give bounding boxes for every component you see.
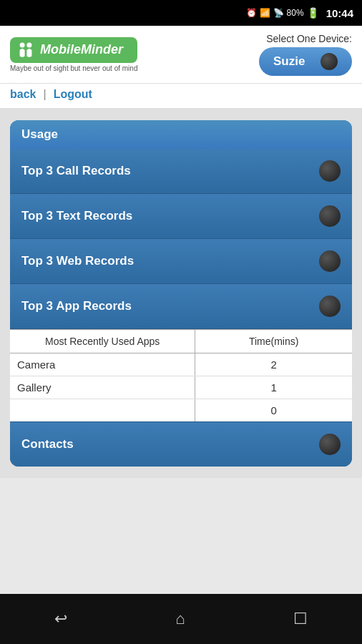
device-selector: Select One Device: Suzie — [259, 33, 352, 76]
logo-tagline: Maybe out of sight but never out of mind — [10, 64, 137, 72]
table-row: 0 — [10, 399, 352, 421]
top3-call-records-dot — [319, 160, 341, 182]
bottom-nav: ↩ ⌂ ☐ — [0, 594, 362, 644]
home-nav-icon: ⌂ — [175, 610, 185, 628]
status-bar: ⏰ 📶 📡 80% 🔋 10:44 — [0, 0, 362, 26]
battery-text: 80% — [287, 8, 304, 18]
home-nav-button[interactable]: ⌂ — [168, 602, 192, 635]
header: MobileMinder Maybe out of sight but neve… — [0, 26, 362, 84]
top3-app-records-row[interactable]: Top 3 App Records — [10, 284, 352, 329]
device-select-button[interactable]: Suzie — [259, 47, 352, 76]
logout-link[interactable]: Logout — [54, 88, 92, 101]
contacts-label: Contacts — [21, 437, 74, 452]
app-name-cell-3 — [10, 399, 195, 421]
recents-nav-icon: ☐ — [293, 610, 308, 628]
svg-point-1 — [26, 42, 31, 47]
back-link[interactable]: back — [10, 88, 36, 101]
logo-text: MobileMinder — [40, 42, 123, 57]
app-time-cell-3: 0 — [195, 399, 352, 421]
logo-area: MobileMinder Maybe out of sight but neve… — [10, 37, 137, 72]
contacts-row[interactable]: Contacts — [10, 421, 352, 467]
app-time-cell-1: 2 — [195, 353, 352, 376]
recents-nav-button[interactable]: ☐ — [286, 602, 315, 635]
svg-point-0 — [20, 42, 25, 47]
contacts-dot — [319, 434, 341, 455]
select-label: Select One Device: — [266, 33, 352, 44]
back-nav-icon: ↩ — [54, 610, 67, 628]
signal-icon: 📡 — [273, 8, 284, 18]
top3-text-records-label: Top 3 Text Records — [21, 209, 132, 223]
device-button-dot — [321, 53, 338, 70]
top3-text-records-dot — [319, 205, 341, 227]
device-name: Suzie — [273, 54, 305, 69]
wifi-icon: 📶 — [260, 8, 270, 18]
main-card: Usage Top 3 Call Records Top 3 Text Reco… — [10, 120, 352, 467]
nav-bar: back | Logout — [0, 84, 362, 109]
section-title: Usage — [21, 127, 58, 141]
table-row: Camera 2 — [10, 353, 352, 376]
top3-app-records-dot — [319, 296, 341, 317]
battery-icon: 🔋 — [307, 7, 319, 19]
top3-text-records-row[interactable]: Top 3 Text Records — [10, 194, 352, 239]
top3-app-records-label: Top 3 App Records — [21, 299, 132, 313]
logo-icon — [16, 40, 36, 60]
top3-web-records-label: Top 3 Web Records — [21, 254, 134, 268]
alarm-icon: ⏰ — [246, 8, 257, 18]
logo-box: MobileMinder — [10, 37, 137, 63]
table-col1-header: Most Recently Used Apps — [10, 330, 195, 353]
nav-separator: | — [43, 88, 46, 101]
top3-call-records-row[interactable]: Top 3 Call Records — [10, 149, 352, 194]
app-time-cell-2: 1 — [195, 376, 352, 399]
table-col2-header: Time(mins) — [195, 330, 352, 353]
app-name-cell-2: Gallery — [10, 376, 195, 399]
content-area: Usage Top 3 Call Records Top 3 Text Reco… — [0, 109, 362, 478]
status-time: 10:44 — [326, 7, 353, 19]
top3-web-records-row[interactable]: Top 3 Web Records — [10, 239, 352, 284]
top3-call-records-label: Top 3 Call Records — [21, 164, 131, 178]
app-name-cell-1: Camera — [10, 353, 195, 376]
section-header: Usage — [10, 120, 352, 149]
app-records-table: Most Recently Used Apps Time(mins) Camer… — [10, 329, 352, 421]
status-icons: ⏰ 📶 📡 80% 🔋 — [246, 7, 319, 19]
top3-web-records-dot — [319, 250, 341, 272]
back-nav-button[interactable]: ↩ — [47, 602, 74, 635]
table-row: Gallery 1 — [10, 376, 352, 399]
table-header-row: Most Recently Used Apps Time(mins) — [10, 330, 352, 353]
